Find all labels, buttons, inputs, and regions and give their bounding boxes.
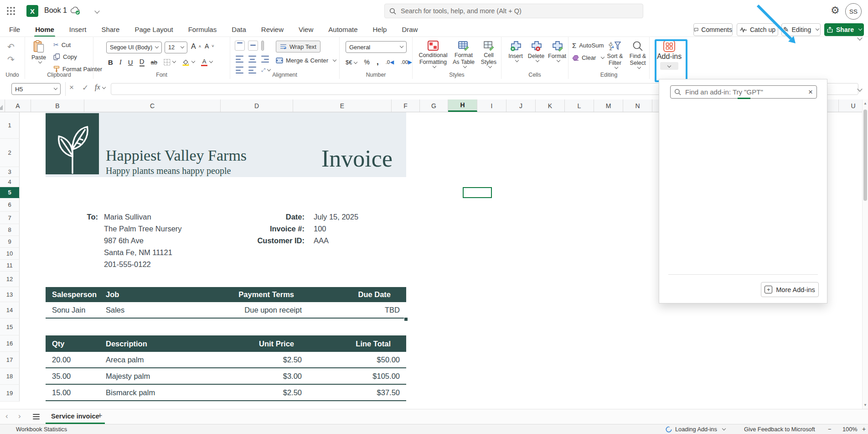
find-select-button[interactable]: Find & Select xyxy=(628,41,648,69)
percent-style-button[interactable]: % xyxy=(364,58,369,66)
format-as-table-button[interactable]: Format As Table xyxy=(451,41,476,68)
row-header-11[interactable]: 11 xyxy=(0,260,20,272)
workbook-title[interactable]: Book 1 xyxy=(44,6,67,15)
saved-to-cloud-icon[interactable] xyxy=(70,6,81,15)
bold-button[interactable]: B xyxy=(108,58,113,66)
cancel-entry-button[interactable]: × xyxy=(69,83,74,92)
fill-color-button[interactable] xyxy=(182,58,195,66)
clear-button[interactable]: Clear xyxy=(572,54,604,61)
user-avatar[interactable]: SS xyxy=(845,3,862,20)
excel-logo-icon[interactable]: X xyxy=(26,5,38,17)
vertical-scrollbar[interactable]: ▲ ▼ xyxy=(862,99,868,409)
sales-header-cell[interactable]: Payment Terms xyxy=(235,287,308,302)
items-cell[interactable]: Areca palm xyxy=(99,352,235,367)
sheet-tab-service-invoice[interactable]: Service invoice xyxy=(46,409,105,424)
row-header-9[interactable]: 9 xyxy=(0,236,20,248)
scroll-up-icon[interactable]: ▲ xyxy=(863,101,868,105)
merge-center-button[interactable]: Merge & Center xyxy=(276,57,336,64)
sales-header-cell[interactable]: Due Date xyxy=(308,287,406,302)
menu-item-insert[interactable]: Insert xyxy=(69,26,87,33)
align-middle-button[interactable] xyxy=(248,41,258,51)
row-header-17[interactable]: 17 xyxy=(0,352,20,368)
column-header-G[interactable]: G xyxy=(420,99,448,112)
menu-item-page-layout[interactable]: Page Layout xyxy=(134,26,173,33)
row-header-8[interactable]: 8 xyxy=(0,224,20,236)
comma-style-button[interactable]: , xyxy=(377,58,379,67)
decrease-decimal-button[interactable]: .0◀ xyxy=(386,59,394,65)
menu-item-view[interactable]: View xyxy=(299,26,313,33)
items-cell[interactable]: 15.00 xyxy=(46,385,99,400)
addin-search-box[interactable]: × xyxy=(670,85,817,99)
undo-button[interactable]: ↶ xyxy=(7,42,15,52)
font-family-select[interactable]: Segoe UI (Body) xyxy=(106,42,162,53)
name-box[interactable]: H5 xyxy=(11,83,61,95)
row-header-18[interactable]: 18 xyxy=(0,368,20,385)
column-header-C[interactable]: C xyxy=(84,99,221,112)
copy-button[interactable]: Copy xyxy=(53,53,77,60)
items-header-cell[interactable]: Line Total xyxy=(308,335,406,352)
menu-item-draw[interactable]: Draw xyxy=(402,26,418,33)
items-cell[interactable]: 35.00 xyxy=(46,368,99,384)
row-header-14[interactable]: 14 xyxy=(0,302,20,319)
sales-cell[interactable]: TBD xyxy=(308,302,406,318)
select-all-corner[interactable] xyxy=(0,99,5,112)
column-header-F[interactable]: F xyxy=(392,99,420,112)
addins-dropdown-area[interactable] xyxy=(660,62,678,70)
row-header-7[interactable]: 7 xyxy=(0,212,20,224)
global-search-input[interactable] xyxy=(400,7,638,15)
increase-font-size-button[interactable]: A˄ xyxy=(191,42,201,51)
items-header-cell[interactable]: Unit Price xyxy=(235,335,308,352)
menu-item-formulas[interactable]: Formulas xyxy=(188,26,217,33)
row-header-5[interactable]: 5 xyxy=(0,187,20,198)
strikethrough-button[interactable]: ab xyxy=(151,59,157,66)
scrollbar-thumb[interactable] xyxy=(863,110,867,201)
feedback-link[interactable]: Give Feedback to Microsoft xyxy=(744,426,815,433)
items-cell[interactable]: Bismarck palm xyxy=(99,385,235,400)
row-header-12[interactable]: 12 xyxy=(0,272,20,287)
align-top-button[interactable] xyxy=(235,41,245,51)
sales-cell[interactable]: Sonu Jain xyxy=(46,302,99,318)
row-header-16[interactable]: 16 xyxy=(0,335,20,352)
sales-header-cell[interactable]: Salesperson xyxy=(46,287,99,302)
catch-up-button[interactable]: Catch up xyxy=(737,23,778,36)
align-center-button[interactable] xyxy=(248,55,256,63)
menu-item-review[interactable]: Review xyxy=(261,26,284,33)
increase-decimal-button[interactable]: .00▶ xyxy=(401,59,412,65)
zoom-out-button[interactable]: − xyxy=(828,426,831,433)
conditional-formatting-button[interactable]: Conditional Formatting xyxy=(418,41,448,68)
menu-item-data[interactable]: Data xyxy=(232,26,246,33)
column-header-M[interactable]: M xyxy=(594,99,623,112)
items-header-cell[interactable]: Description xyxy=(99,335,235,352)
items-cell[interactable]: $2.50 xyxy=(235,352,308,367)
redo-button[interactable]: ↷ xyxy=(7,54,15,65)
comments-button[interactable]: Comments xyxy=(693,23,733,36)
align-bottom-selected[interactable] xyxy=(261,41,264,51)
addin-search-input[interactable] xyxy=(684,88,808,96)
items-cell[interactable]: $37.50 xyxy=(308,385,406,400)
items-cell[interactable]: 20.00 xyxy=(46,352,99,367)
scroll-down-icon[interactable]: ▼ xyxy=(863,403,868,407)
sales-header-cell[interactable]: Job xyxy=(99,287,235,302)
items-cell[interactable]: $3.00 xyxy=(235,368,308,384)
insert-function-button[interactable]: fx xyxy=(95,83,105,91)
menu-item-automate[interactable]: Automate xyxy=(328,26,357,33)
items-header-cell[interactable]: Qty xyxy=(46,335,99,352)
delete-cells-button[interactable]: Delete xyxy=(526,41,546,63)
borders-button[interactable] xyxy=(164,59,176,66)
wrap-text-button[interactable]: Wrap Text xyxy=(276,41,320,52)
font-size-select[interactable]: 12 xyxy=(165,42,187,53)
column-header-A[interactable]: A xyxy=(5,99,31,112)
editing-mode-button[interactable]: ✎ Editing xyxy=(781,23,821,36)
row-header-3[interactable]: 3 xyxy=(0,167,20,177)
underline-button[interactable]: U xyxy=(128,58,133,66)
workbook-title-chevron-icon[interactable] xyxy=(94,8,99,13)
menu-item-home[interactable]: Home xyxy=(35,26,54,33)
items-cell[interactable]: $2.50 xyxy=(235,385,308,400)
items-cell[interactable]: Majesty palm xyxy=(99,368,235,384)
row-header-13[interactable]: 13 xyxy=(0,287,20,302)
loading-addins-status[interactable]: Loading Add-ins xyxy=(666,426,725,433)
confirm-entry-button[interactable]: ✓ xyxy=(82,83,88,93)
accounting-format-button[interactable]: $€ xyxy=(346,59,357,66)
column-header-B[interactable]: B xyxy=(31,99,84,112)
share-button[interactable]: Share xyxy=(824,23,864,36)
